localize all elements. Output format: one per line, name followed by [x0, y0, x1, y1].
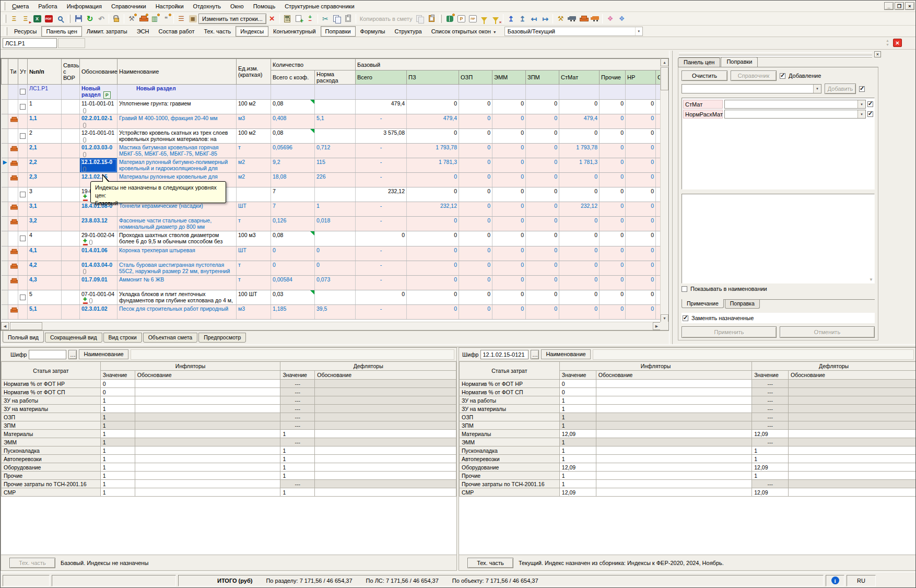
grid-cell[interactable]: 1,185	[271, 304, 315, 319]
grid-cell[interactable]: Песок для строительных работ природный	[118, 304, 237, 319]
grid-cell[interactable]: 0	[626, 100, 656, 114]
grid-cell[interactable]: Уплотнение грунта: гравием	[118, 100, 237, 114]
toolbar-grip[interactable]	[68, 15, 71, 23]
panel-tab[interactable]: Конъюнктурный	[268, 26, 321, 37]
page-pr-icon[interactable]: ПР	[467, 13, 478, 25]
materials-bricks-icon[interactable]	[578, 13, 589, 25]
price-level-blue-icon[interactable]: ❖	[616, 13, 627, 25]
inflator-value[interactable]: 0	[559, 388, 596, 396]
grid-cell[interactable]: 02.3.01.02	[80, 304, 118, 319]
grid-cell[interactable]: 3,1	[28, 202, 62, 217]
deflator-value[interactable]: ---	[752, 380, 789, 388]
grid-cell[interactable]: 0	[492, 304, 526, 319]
page-p-icon[interactable]: Р	[455, 13, 467, 25]
panel-tab[interactable]: Список открытых окон▼	[427, 26, 501, 37]
panel-close-icon[interactable]: ×	[874, 51, 881, 57]
panel-tab[interactable]: Индексы	[236, 26, 268, 37]
grid-cell[interactable]	[2, 187, 8, 202]
grid-cell[interactable]: -	[356, 261, 407, 275]
panel-tab[interactable]: Состав работ	[154, 26, 199, 37]
inflator-value[interactable]: 1	[559, 421, 596, 430]
grid-cell[interactable]	[62, 202, 80, 217]
deflator-value[interactable]: ---	[280, 413, 315, 421]
grid-cell[interactable]: -	[356, 304, 407, 319]
inflator-value[interactable]: 1	[100, 488, 135, 497]
deflator-justification[interactable]	[789, 455, 916, 463]
grid-cell[interactable]	[2, 100, 8, 114]
grid-cell[interactable]: 0	[356, 231, 407, 246]
list-item[interactable]: НормРасхМат ▼	[683, 109, 873, 119]
grid-cell[interactable]: 0	[526, 144, 559, 158]
grid-cell[interactable]	[18, 158, 28, 173]
deflator-justification[interactable]	[789, 488, 916, 497]
panel-tab[interactable]: Ресурсы	[9, 26, 41, 37]
inflator-justification[interactable]	[596, 455, 751, 463]
inflator-justification[interactable]	[596, 380, 751, 388]
grid-cell[interactable]	[492, 85, 526, 100]
grid-cell[interactable]: 3,2	[28, 217, 62, 231]
cabinet-gear-icon[interactable]: ▥	[149, 13, 160, 25]
grid-cell[interactable]	[2, 304, 8, 319]
grid-cell[interactable]: 5,1	[315, 114, 356, 129]
grid-cell[interactable]	[8, 202, 18, 217]
deflator-justification[interactable]	[315, 488, 456, 497]
inflator-justification[interactable]	[135, 472, 280, 480]
deflator-value[interactable]: 1	[752, 446, 789, 455]
inflator-justification[interactable]	[596, 405, 751, 413]
grid-cell[interactable]: 0	[600, 304, 626, 319]
toolbar-grip[interactable]	[4, 15, 6, 23]
grid-cell[interactable]	[271, 85, 315, 100]
inflator-justification[interactable]	[135, 438, 280, 446]
inflator-justification[interactable]	[135, 388, 280, 396]
deflator-value[interactable]: ---	[752, 405, 789, 413]
inflator-justification[interactable]	[135, 405, 280, 413]
cut-icon[interactable]: ✂	[320, 13, 331, 25]
grid-cell[interactable]	[18, 100, 28, 114]
grid-cell[interactable]: 0	[459, 261, 492, 275]
inflator-justification[interactable]	[596, 480, 751, 488]
grid-cell[interactable]	[315, 187, 356, 202]
grid-cell[interactable]: 0	[407, 173, 459, 187]
plus-minus-icon[interactable]: +−	[304, 13, 316, 25]
add-combo-checkbox[interactable]	[859, 86, 865, 92]
grid-cell[interactable]: 0	[559, 246, 600, 261]
row-checkbox[interactable]	[20, 89, 26, 95]
inflator-justification[interactable]	[135, 455, 280, 463]
tab-price-panel[interactable]: Панель цен	[678, 57, 720, 67]
grid-cell[interactable]	[2, 114, 8, 129]
grid-cell[interactable]: 0	[459, 173, 492, 187]
inflator-value[interactable]: 1	[100, 455, 135, 463]
view-tab[interactable]: Предпросмотр	[198, 333, 246, 343]
grid-cell[interactable]	[18, 85, 28, 100]
save-icon[interactable]	[73, 13, 84, 25]
grid-cell[interactable]: 0	[459, 114, 492, 129]
grid-cell[interactable]: 0	[492, 173, 526, 187]
grid-cell[interactable]: Аммонит № 6 ЖВ	[118, 275, 237, 290]
grid-cell[interactable]: 0	[600, 217, 626, 231]
inflator-value[interactable]: 1	[559, 480, 596, 488]
menu-item[interactable]: Окно	[226, 2, 249, 11]
deflator-value[interactable]: ---	[280, 405, 315, 413]
grid-cell[interactable]	[8, 129, 18, 144]
tab-note[interactable]: Примечание	[682, 299, 724, 308]
scroll-up-icon[interactable]: ▲	[661, 58, 668, 66]
grid-cell[interactable]	[62, 114, 80, 129]
grid-cell[interactable]: 0	[271, 246, 315, 261]
deflator-justification[interactable]	[315, 455, 456, 463]
grid-cell[interactable]: 0	[526, 261, 559, 275]
panel-tab[interactable]: Лимит. затраты	[82, 26, 132, 37]
grid-cell[interactable]: 18,08	[271, 173, 315, 187]
grid-cell[interactable]	[237, 85, 271, 100]
grid-cell[interactable]	[62, 100, 80, 114]
grid-cell[interactable]: 0	[526, 100, 559, 114]
grid-cell[interactable]: 0	[559, 100, 600, 114]
menu-item[interactable]: Отдохнуть	[189, 2, 226, 11]
grid-cell[interactable]	[237, 187, 271, 202]
inflator-value[interactable]: 12,09	[559, 430, 596, 438]
grid-cell[interactable]	[2, 231, 8, 246]
deflator-value[interactable]: ---	[280, 438, 315, 446]
grid-cell[interactable]: 0	[600, 275, 626, 290]
deflator-justification[interactable]	[315, 438, 456, 446]
grid-cell[interactable]: 29-01-002-04✚▬	[80, 231, 118, 246]
scroll-left-icon[interactable]: ◀	[1, 322, 9, 330]
